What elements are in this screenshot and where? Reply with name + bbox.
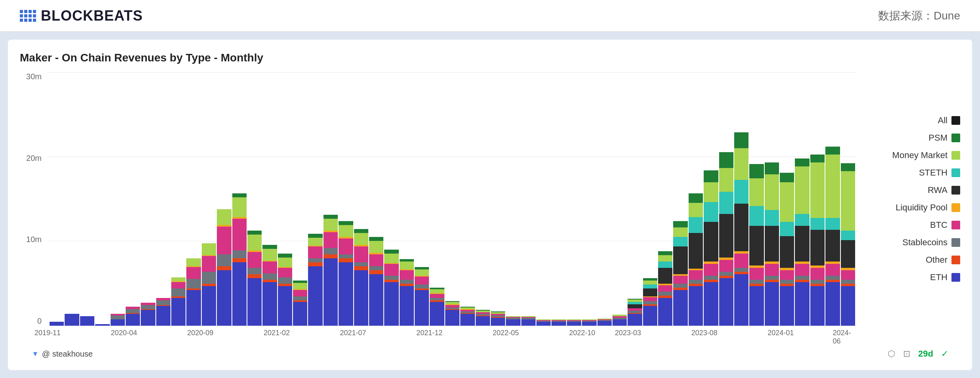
bar-segment-mm [841,171,855,231]
camera-icon[interactable]: ⊡ [903,349,910,359]
bar-segment-btc [765,264,779,276]
bar-segment-stablecoins [415,284,429,288]
bar-segment-eth [536,322,551,326]
bar-stack [445,301,459,326]
bar-group [719,72,733,326]
bar-stack [430,288,444,326]
bar-segment-rwa [704,222,718,262]
bar-group [308,72,322,326]
logo-grid-icon [20,10,36,22]
bar-segment-eth [658,298,672,326]
chart-container: Maker - On Chain Revenues by Type - Mont… [8,40,972,370]
bar-group [400,72,414,326]
bar-segment-psm [658,251,672,255]
bar-segment-eth [247,278,262,326]
bar-segment-other [323,254,338,258]
bar-group [430,72,444,326]
bar-segment-eth [841,286,855,326]
legend-item-psm: PSM [869,133,960,143]
bar-segment-stablecoins [156,300,170,305]
bar-segment-stablecoins [217,254,231,266]
bar-stack [491,311,505,326]
bar-stack [415,267,429,326]
y-label-10m: 10m [26,235,42,244]
bar-segment-mm [339,225,353,237]
bar-group [217,72,231,326]
bar-segment-stablecoins [765,276,779,280]
bar-stack [536,319,551,326]
x-axis: 2019-112020-042020-092021-022021-072021-… [48,326,857,346]
bar-segment-eth [232,262,247,326]
y-axis: 30m 20m 10m 0 [20,72,48,346]
x-label-2022-05: 2022-05 [493,329,519,337]
bar-stack [126,307,140,326]
bar-segment-stablecoins [293,296,307,300]
bar-segment-psm [719,152,733,168]
bar-segment-stablecoins [202,272,216,284]
bar-segment-eth [354,270,368,326]
bar-stack [111,314,125,326]
bar-segment-mm [217,209,231,225]
bar-segment-psm [339,221,353,225]
bar-group [506,72,520,326]
bar-segment-mm [704,182,718,202]
bar-segment-mm [323,219,338,231]
bar-segment-rwa [780,236,794,268]
bar-group [247,72,262,326]
page: BLOCKBEATS 数据来源：Dune Maker - On Chain Re… [0,0,980,378]
bar-segment-btc [293,290,307,296]
bar-group [491,72,505,326]
logo-text: BLOCKBEATS [41,8,143,24]
bar-group [841,72,855,326]
bar-segment-psm [780,173,794,182]
bar-segment-stablecoins [247,268,262,274]
bar-segment-mm [795,166,809,214]
bar-segment-btc [369,254,383,266]
bar-segment-btc [643,297,657,301]
bar-segment-eth [582,322,596,326]
bar-stack [734,132,748,326]
bar-segment-btc [217,227,231,254]
bar-group [551,72,566,326]
bar-segment-btc [841,270,855,280]
bar-stack [704,170,718,326]
bar-group [536,72,551,326]
bar-segment-eth [171,298,186,326]
bar-segment-stablecoins [369,266,383,270]
bar-segment-eth [476,316,490,326]
bar-segment-btc [339,239,353,254]
bar-segment-steth [658,262,672,268]
x-label-2020-04: 2020-04 [111,329,137,337]
legend-label: PSM [928,133,947,143]
bar-segment-psm [810,155,825,162]
bar-group [202,72,216,326]
bar-segment-eth [262,282,277,326]
bar-segment-rwa [673,246,687,274]
bar-segment-psm [278,254,292,258]
share-icon[interactable]: ⬡ [888,349,895,359]
bar-segment-stablecoins [278,277,292,284]
bar-segment-btc [704,264,718,276]
bar-segment-btc [658,285,672,292]
bar-group [95,72,109,326]
bar-segment-mm [186,258,201,266]
bar-stack [841,163,855,326]
bar-stack [217,209,231,326]
bar-segment-stablecoins [673,284,687,288]
bar-stack [171,277,186,326]
bar-segment-rwa [628,304,642,308]
bar-segment-btc [323,232,338,248]
bar-segment-psm [262,245,277,249]
x-label-2024-01: 2024-01 [768,329,794,337]
bar-segment-psm [689,193,703,203]
bar-segment-psm [765,162,779,174]
bar-stack [780,173,794,326]
bar-segment-mm [400,262,414,269]
bar-segment-eth [521,319,536,326]
bar-segment-eth [323,258,338,326]
bar-group [765,72,779,326]
bar-segment-steth [825,218,840,230]
bar-group [810,72,825,326]
chart-inner: 2019-112020-042020-092021-022021-072021-… [48,72,960,346]
bar-segment-mm [171,277,186,281]
